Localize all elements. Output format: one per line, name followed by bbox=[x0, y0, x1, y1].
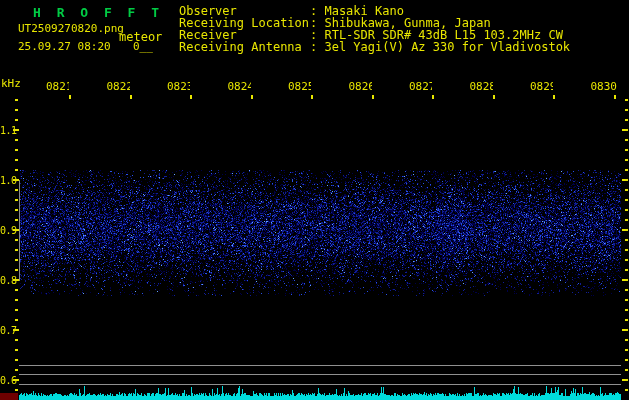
freq-tick-minor bbox=[625, 389, 628, 391]
time-tick-label: 0825 bbox=[288, 81, 311, 93]
freq-tick-minor bbox=[15, 359, 18, 361]
freq-tick-major bbox=[13, 179, 19, 181]
separator-line bbox=[19, 365, 621, 366]
freq-tick-minor bbox=[15, 339, 18, 341]
freq-tick-minor bbox=[625, 99, 628, 101]
freq-tick-minor bbox=[15, 269, 18, 271]
time-tick-label: 0821 bbox=[46, 81, 69, 93]
observation-datetime: 25.09.27 08:20 bbox=[18, 40, 111, 53]
freq-tick-minor bbox=[625, 309, 628, 311]
time-tick-label: 0828 bbox=[470, 81, 493, 93]
time-tick bbox=[130, 95, 132, 99]
noise-band-edge-line bbox=[19, 180, 20, 281]
time-tick-label: 0823 bbox=[167, 81, 190, 93]
freq-tick-minor bbox=[625, 159, 628, 161]
freq-tick-minor bbox=[15, 299, 18, 301]
freq-tick-minor bbox=[15, 259, 18, 261]
time-tick bbox=[251, 95, 253, 99]
freq-tick-minor bbox=[15, 349, 18, 351]
echo-counter: 0__ bbox=[133, 40, 153, 53]
info-row: Receiving Antenna: 3el Yagi(V) Az 330 fo… bbox=[179, 41, 629, 53]
freq-tick-minor bbox=[625, 259, 628, 261]
time-tick bbox=[190, 95, 192, 99]
time-tick-label: 0829 bbox=[530, 81, 553, 93]
freq-tick-minor bbox=[15, 149, 18, 151]
freq-tick-minor bbox=[15, 139, 18, 141]
freq-tick-minor bbox=[15, 199, 18, 201]
time-tick-label: 0827 bbox=[409, 81, 432, 93]
separator-line bbox=[19, 384, 621, 385]
freq-tick-major bbox=[13, 279, 19, 281]
freq-tick-minor bbox=[15, 319, 18, 321]
freq-tick-minor bbox=[625, 219, 628, 221]
time-tick bbox=[311, 95, 313, 99]
freq-tick-major bbox=[13, 379, 19, 381]
freq-tick-minor bbox=[15, 159, 18, 161]
freq-tick-major bbox=[622, 179, 628, 181]
time-tick bbox=[614, 95, 616, 99]
freq-tick-minor bbox=[625, 359, 628, 361]
time-tick bbox=[372, 95, 374, 99]
freq-tick-minor bbox=[625, 169, 628, 171]
freq-tick-minor bbox=[15, 99, 18, 101]
freq-axis-unit-label: kHz bbox=[1, 77, 21, 90]
time-tick-label: 0826 bbox=[349, 81, 372, 93]
corner-level-block bbox=[0, 393, 18, 400]
station-info: Observer: Masaki KanoReceiving Location:… bbox=[179, 5, 629, 53]
app-title: H R O F F T bbox=[33, 5, 163, 20]
freq-tick-major bbox=[622, 329, 628, 331]
time-tick bbox=[69, 95, 71, 99]
freq-tick-minor bbox=[15, 309, 18, 311]
freq-tick-major bbox=[622, 279, 628, 281]
time-tick bbox=[493, 95, 495, 99]
freq-tick-minor bbox=[15, 389, 18, 391]
freq-tick-major bbox=[13, 229, 19, 231]
time-tick bbox=[553, 95, 555, 99]
freq-tick-minor bbox=[625, 189, 628, 191]
freq-tick-minor bbox=[15, 169, 18, 171]
freq-tick-minor bbox=[625, 319, 628, 321]
freq-tick-minor bbox=[625, 289, 628, 291]
info-value: : 3el Yagi(V) Az 330 for Vladivostok bbox=[310, 40, 570, 54]
freq-tick-minor bbox=[625, 369, 628, 371]
freq-tick-minor bbox=[625, 119, 628, 121]
freq-tick-minor bbox=[15, 249, 18, 251]
separator-line bbox=[19, 374, 621, 375]
time-tick-label: 0830 bbox=[591, 81, 619, 93]
freq-tick-minor bbox=[15, 109, 18, 111]
freq-tick-minor bbox=[15, 209, 18, 211]
freq-tick-minor bbox=[15, 189, 18, 191]
freq-tick-minor bbox=[625, 339, 628, 341]
freq-tick-minor bbox=[625, 149, 628, 151]
spectrogram-canvas bbox=[0, 0, 629, 400]
freq-tick-major bbox=[622, 379, 628, 381]
freq-tick-minor bbox=[625, 209, 628, 211]
freq-tick-major bbox=[13, 329, 19, 331]
freq-tick-minor bbox=[15, 219, 18, 221]
freq-tick-minor bbox=[15, 289, 18, 291]
freq-tick-minor bbox=[625, 239, 628, 241]
freq-tick-minor bbox=[625, 349, 628, 351]
time-tick bbox=[432, 95, 434, 99]
freq-tick-minor bbox=[15, 119, 18, 121]
freq-tick-minor bbox=[15, 369, 18, 371]
freq-tick-minor bbox=[625, 109, 628, 111]
time-tick-label: 0824 bbox=[228, 81, 251, 93]
freq-tick-minor bbox=[625, 139, 628, 141]
freq-tick-major bbox=[622, 229, 628, 231]
freq-tick-minor bbox=[625, 299, 628, 301]
hrofft-screen: H R O F F T UT2509270820.png meteor 25.0… bbox=[0, 0, 629, 400]
freq-tick-minor bbox=[625, 249, 628, 251]
freq-tick-major bbox=[13, 129, 19, 131]
freq-tick-major bbox=[622, 129, 628, 131]
freq-tick-minor bbox=[625, 269, 628, 271]
info-label: Receiving Antenna bbox=[179, 41, 310, 53]
freq-tick-minor bbox=[15, 239, 18, 241]
time-tick-label: 0822 bbox=[107, 81, 130, 93]
freq-tick-minor bbox=[625, 199, 628, 201]
output-filename: UT2509270820.png bbox=[18, 22, 124, 35]
